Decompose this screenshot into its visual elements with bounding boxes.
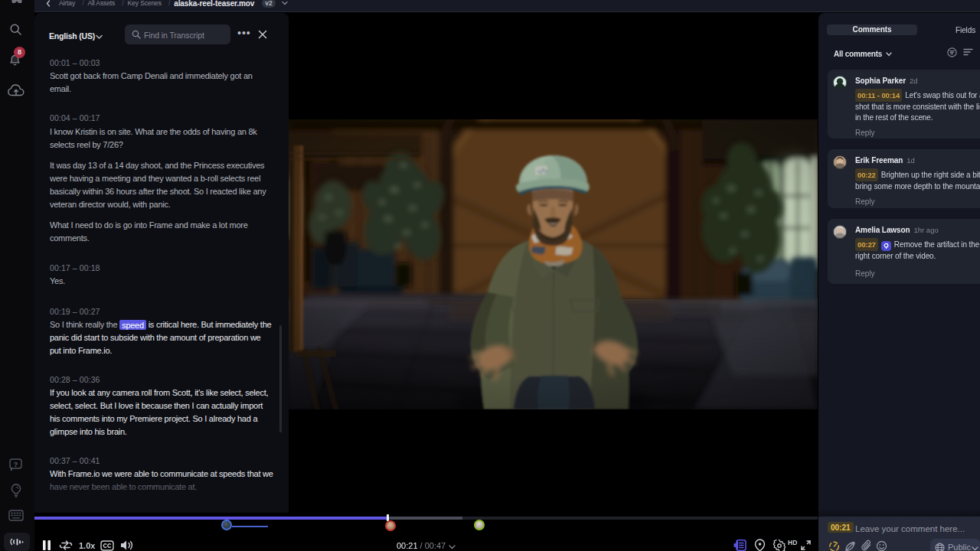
svg-text:?: ? xyxy=(14,461,18,468)
